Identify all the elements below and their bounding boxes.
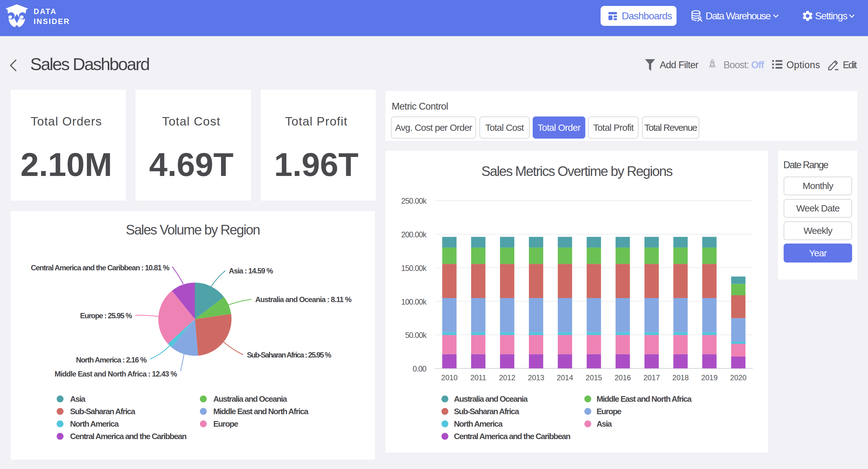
svg-text:2012: 2012 [499,373,516,382]
svg-text:2017: 2017 [644,373,660,382]
svg-text:2015: 2015 [586,373,602,382]
svg-text:Middle East and North Africa :: Middle East and North Africa : 12.43 % [55,370,177,378]
svg-text:North America : 2.16 %: North America : 2.16 % [76,356,147,364]
svg-text:100.00k: 100.00k [401,297,427,306]
svg-text:2016: 2016 [615,373,631,382]
svg-text:2018: 2018 [673,373,689,382]
svg-text:0.00: 0.00 [412,364,426,373]
svg-text:200.00k: 200.00k [401,230,427,239]
svg-text:50.00k: 50.00k [405,331,427,340]
svg-text:Asia : 14.59 %: Asia : 14.59 % [229,267,273,275]
svg-text:2019: 2019 [701,373,718,382]
svg-text:250.00k: 250.00k [401,197,427,205]
svg-text:150.00k: 150.00k [401,264,427,272]
svg-text:2020: 2020 [730,373,747,382]
svg-text:2010: 2010 [441,373,458,382]
svg-text:2014: 2014 [557,373,573,382]
svg-text:Europe : 25.95 %: Europe : 25.95 % [80,312,132,320]
svg-text:2011: 2011 [470,373,486,382]
svg-text:Central America and the Caribb: Central America and the Caribbean : 10.8… [31,263,169,272]
svg-text:2013: 2013 [528,373,545,382]
svg-text:Sub-Saharan Africa : 25.95 %: Sub-Saharan Africa : 25.95 % [247,351,331,359]
svg-text:Australia and Oceania : 8.11 %: Australia and Oceania : 8.11 % [255,295,351,304]
